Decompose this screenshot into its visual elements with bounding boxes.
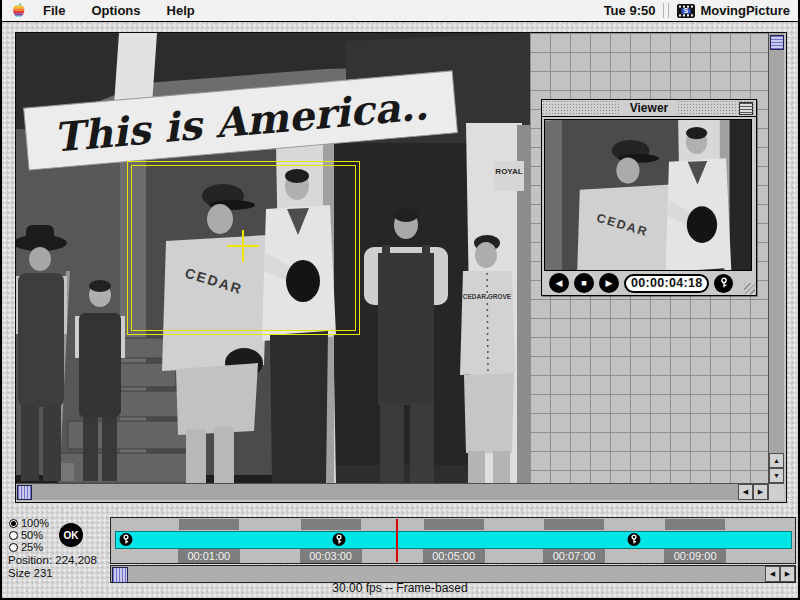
keyframe-marker[interactable] (120, 533, 133, 546)
left-arrow-icon: ◀ (743, 488, 748, 496)
radio-icon[interactable] (9, 543, 18, 552)
left-arrow-icon: ◀ (770, 570, 775, 578)
zoom-option-25[interactable]: 25% (9, 541, 49, 553)
app-icon[interactable]: S (677, 4, 695, 18)
scroll-down-button[interactable]: ▼ (769, 468, 784, 483)
down-arrow-icon: ▼ (773, 472, 780, 479)
filmstrip-icon: S (677, 4, 695, 18)
crosshair-icon[interactable] (242, 230, 244, 262)
horizontal-scroll-thumb[interactable] (17, 485, 32, 500)
viewer-frame-image (545, 120, 751, 270)
status-bar: 30.00 fps -- Frame-based (0, 581, 800, 595)
scrollbar-corner (768, 483, 784, 500)
radio-icon[interactable] (9, 531, 18, 540)
horizontal-scrollbar[interactable]: ◀ ▶ (16, 483, 768, 500)
resize-grip[interactable] (744, 283, 755, 294)
vertical-scrollbar[interactable]: ▲ ▼ (768, 33, 784, 483)
timeline-segment (179, 519, 239, 530)
timeline-scroll-left-button[interactable]: ◀ (765, 566, 780, 582)
key-icon (333, 534, 344, 545)
timeline-segment (544, 519, 604, 530)
windowshade-icon[interactable] (739, 102, 753, 115)
zoom-controls: 100% 50% 25% (9, 517, 49, 553)
zoom-option-100[interactable]: 100% (9, 517, 49, 529)
timeline-tick: 00:01:00 (178, 549, 240, 563)
menu-file[interactable]: File (43, 3, 65, 18)
playhead[interactable] (396, 519, 398, 562)
timeline-scroll-right-button[interactable]: ▶ (780, 566, 795, 582)
zoom-option-label: 100% (21, 517, 49, 529)
timecode-display: 00:00:04:18 (624, 274, 709, 293)
tick-label: 00:05:00 (432, 550, 475, 562)
timeline-segment (301, 519, 361, 530)
tick-label: 00:03:00 (309, 550, 352, 562)
menu-bar: File Options Help Tue 9:50 S MovingPictu… (0, 0, 800, 22)
timeline-tick: 00:09:00 (664, 549, 726, 563)
key-icon (628, 534, 639, 545)
keyframe-marker[interactable] (627, 533, 640, 546)
up-arrow-icon: ▲ (773, 457, 780, 464)
step-back-button[interactable]: ◀ (549, 273, 569, 293)
zoom-option-label: 50% (21, 529, 43, 541)
app-menu-title[interactable]: MovingPicture (700, 3, 790, 18)
stop-button[interactable]: ■ (574, 273, 594, 293)
viewer-transport-controls: ◀ ■ ▶ 00:00:04:18 (542, 271, 756, 295)
timeline-track[interactable] (115, 531, 792, 549)
menu-options[interactable]: Options (91, 3, 140, 18)
menu-help[interactable]: Help (167, 3, 195, 18)
stop-icon: ■ (581, 279, 586, 288)
menubar-divider (663, 3, 669, 18)
viewer-title: Viewer (621, 101, 677, 115)
key-icon (718, 277, 730, 289)
keyframe-marker[interactable] (332, 533, 345, 546)
svg-text:S: S (684, 7, 689, 14)
zoom-option-label: 25% (21, 541, 43, 553)
scroll-right-button[interactable]: ▶ (753, 484, 768, 500)
scroll-left-button[interactable]: ◀ (738, 484, 753, 500)
right-arrow-icon: ▶ (785, 570, 790, 578)
tick-label: 00:07:00 (553, 550, 596, 562)
timeline-tick: 00:03:00 (300, 549, 362, 563)
timecode-value: 00:00:04:18 (631, 276, 702, 290)
viewer-window[interactable]: Viewer ◀ ■ ▶ 00:00:04:18 (541, 99, 757, 296)
radio-selected-icon[interactable] (9, 519, 18, 528)
play-icon: ▶ (606, 279, 613, 288)
timeline-segment (665, 519, 725, 530)
menu-clock: Tue 9:50 (604, 3, 656, 18)
right-arrow-icon: ▶ (758, 488, 763, 496)
timeline-tick: 00:07:00 (543, 549, 605, 563)
timeline-tick: 00:05:00 (423, 549, 485, 563)
zoom-option-50[interactable]: 50% (9, 529, 49, 541)
back-icon: ◀ (556, 279, 563, 288)
position-readout: Position: 224,208 Size 231 (8, 554, 97, 580)
keyframe-button[interactable] (714, 274, 733, 293)
tick-label: 00:01:00 (187, 550, 230, 562)
frame-rate-status: 30.00 fps -- Frame-based (332, 581, 467, 595)
tick-label: 00:09:00 (674, 550, 717, 562)
timeline[interactable]: 00:01:00 00:03:00 00:05:00 00:07:00 00:0… (110, 517, 796, 564)
position-value: Position: 224,208 (8, 554, 97, 567)
viewer-preview (544, 119, 752, 271)
ok-button[interactable]: OK (59, 523, 83, 547)
key-icon (121, 534, 132, 545)
apple-menu[interactable] (12, 3, 25, 18)
apple-logo-icon (12, 3, 25, 18)
size-value: Size 231 (8, 567, 97, 580)
timeline-segment (424, 519, 484, 530)
viewer-title-bar[interactable]: Viewer (542, 100, 756, 117)
scroll-up-button[interactable]: ▲ (769, 453, 784, 468)
play-button[interactable]: ▶ (599, 273, 619, 293)
vertical-scroll-thumb[interactable] (770, 35, 784, 50)
